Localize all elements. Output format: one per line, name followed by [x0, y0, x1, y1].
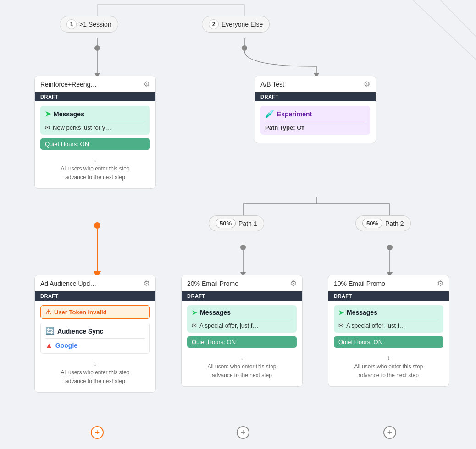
advance-text: ↓ All users who enter this step advance …: [40, 153, 150, 184]
card-reinforce-body: ➤ Messages ✉ New perks just for y… Quiet…: [35, 101, 155, 188]
email-icon-20pct: ✉: [192, 322, 197, 329]
flask-icon: 🧪: [265, 110, 274, 118]
quiet-hours-block: Quiet Hours: ON: [40, 138, 150, 150]
messages-title: ➤ Messages: [45, 110, 145, 121]
svg-line-18: [413, 0, 476, 60]
card-abtest-draft: DRAFT: [255, 92, 376, 101]
card-ad-audience-draft: DRAFT: [35, 291, 155, 301]
card-reinforce-title: Reinforce+Reeng…: [40, 81, 97, 88]
split-badge-1: 1 >1 Session: [60, 16, 118, 33]
path-badge-2: 50% Path 2: [355, 215, 411, 231]
add-step-button-ad[interactable]: +: [91, 426, 104, 439]
quiet-hours-value-20pct: ON: [227, 339, 236, 345]
split-badge-2-num: 2: [209, 19, 219, 29]
messages-email-row: ✉ New perks just for y…: [45, 124, 145, 131]
card-20pct-body: ➤ Messages ✉ A special offer, just f… Qu…: [182, 301, 302, 386]
messages-email-row-10pct: ✉ A special offer, just f…: [338, 322, 439, 329]
path-badge-1-label: Path 1: [238, 220, 257, 227]
gear-icon[interactable]: ⚙: [144, 80, 150, 88]
quiet-hours-20pct: Quiet Hours: ON: [187, 336, 297, 348]
card-20pct-header: 20% Email Promo ⚙: [182, 275, 302, 291]
card-reinforce: Reinforce+Reeng… ⚙ DRAFT ➤ Messages ✉ Ne…: [34, 76, 156, 189]
add-step-button-20pct[interactable]: +: [237, 426, 249, 439]
gear-icon-ad[interactable]: ⚙: [144, 279, 150, 288]
messages-email-row-20pct: ✉ A special offer, just f…: [192, 322, 292, 329]
email-icon: ✉: [45, 124, 50, 131]
svg-point-14: [240, 245, 246, 250]
gear-icon-20pct[interactable]: ⚙: [290, 279, 297, 288]
email-icon-10pct: ✉: [338, 322, 343, 329]
card-20pct-draft: DRAFT: [182, 291, 302, 301]
card-20pct-title: 20% Email Promo: [187, 280, 238, 287]
warning-icon: ⚠: [45, 308, 51, 316]
quiet-hours-value: ON: [80, 141, 89, 148]
card-ad-audience: Ad Audience Upd… ⚙ DRAFT ⚠ User Token In…: [34, 275, 156, 393]
split-badge-1-num: 1: [66, 19, 77, 29]
arrow-down-icon: ↓: [94, 156, 97, 164]
gear-icon-10pct[interactable]: ⚙: [437, 279, 443, 288]
path-badge-2-label: Path 2: [385, 220, 404, 227]
quiet-hours-label-20pct: Quiet Hours:: [192, 339, 227, 345]
card-abtest-header: A/B Test ⚙: [255, 76, 376, 92]
message-plane-icon: ➤: [45, 110, 51, 118]
quiet-hours-value-10pct: ON: [374, 339, 383, 345]
svg-line-19: [440, 0, 476, 37]
experiment-block: 🧪 Experiment Path Type: Off: [260, 106, 370, 135]
split-badge-2-label: Everyone Else: [221, 21, 263, 28]
card-ad-audience-body: ⚠ User Token Invalid 🔄 Audience Sync ▲ G…: [35, 301, 155, 392]
card-abtest-body: 🧪 Experiment Path Type: Off: [255, 101, 376, 143]
card-abtest: A/B Test ⚙ DRAFT 🧪 Experiment Path Type:…: [255, 76, 376, 143]
messages-title-10pct: ➤ Messages: [338, 309, 439, 319]
card-10pct-email: 10% Email Promo ⚙ DRAFT ➤ Messages ✉ A s…: [328, 275, 449, 387]
card-10pct-draft: DRAFT: [328, 291, 449, 301]
svg-point-8: [94, 222, 100, 229]
arrow-down-icon-ad: ↓: [94, 360, 97, 368]
card-reinforce-draft: DRAFT: [35, 92, 155, 101]
messages-block-10pct: ➤ Messages ✉ A special offer, just f…: [334, 305, 443, 333]
gear-icon-abtest[interactable]: ⚙: [364, 80, 370, 88]
audience-block: 🔄 Audience Sync ▲ Google: [40, 323, 150, 354]
audience-sync-icon: 🔄: [45, 327, 55, 335]
advance-text-ad: ↓ All users who enter this step advance …: [40, 357, 150, 388]
card-20pct-email: 20% Email Promo ⚙ DRAFT ➤ Messages ✉ A s…: [181, 275, 303, 387]
path-badge-2-pct: 50%: [362, 219, 382, 228]
quiet-hours-10pct: Quiet Hours: ON: [334, 336, 443, 348]
messages-block: ➤ Messages ✉ New perks just for y…: [40, 106, 150, 135]
google-icon: ▲: [45, 341, 53, 350]
svg-point-4: [94, 45, 100, 51]
split-badge-1-label: >1 Session: [79, 21, 111, 28]
card-reinforce-header: Reinforce+Reeng… ⚙: [35, 76, 155, 92]
svg-point-16: [387, 245, 393, 250]
advance-text-20pct: ↓ All users who enter this step advance …: [187, 351, 297, 382]
svg-point-7: [242, 45, 247, 51]
arrow-down-icon-20pct: ↓: [241, 354, 244, 362]
path-type-row: Path Type: Off: [265, 124, 365, 131]
card-ad-audience-header: Ad Audience Upd… ⚙: [35, 275, 155, 291]
audience-title: 🔄 Audience Sync: [45, 327, 145, 339]
advance-text-10pct: ↓ All users who enter this step advance …: [334, 351, 443, 382]
card-10pct-header: 10% Email Promo ⚙: [328, 275, 449, 291]
messages-block-20pct: ➤ Messages ✉ A special offer, just f…: [187, 305, 297, 333]
add-step-button-10pct[interactable]: +: [383, 426, 396, 439]
google-row: ▲ Google: [45, 341, 145, 350]
quiet-hours-label-10pct: Quiet Hours:: [338, 339, 374, 345]
messages-title-20pct: ➤ Messages: [192, 309, 292, 319]
path-badge-1-pct: 50%: [216, 219, 236, 228]
card-abtest-title: A/B Test: [260, 81, 284, 88]
message-plane-icon-20pct: ➤: [192, 309, 197, 316]
card-ad-audience-title: Ad Audience Upd…: [40, 280, 96, 287]
warning-block: ⚠ User Token Invalid: [40, 305, 150, 319]
experiment-title: 🧪 Experiment: [265, 110, 365, 121]
split-badge-2: 2 Everyone Else: [202, 16, 270, 33]
card-10pct-title: 10% Email Promo: [334, 280, 385, 287]
path-badge-1: 50% Path 1: [209, 215, 264, 231]
message-plane-icon-10pct: ➤: [338, 309, 344, 316]
quiet-hours-label: Quiet Hours:: [45, 141, 80, 148]
card-10pct-body: ➤ Messages ✉ A special offer, just f… Qu…: [328, 301, 449, 386]
arrow-down-icon-10pct: ↓: [387, 354, 390, 362]
